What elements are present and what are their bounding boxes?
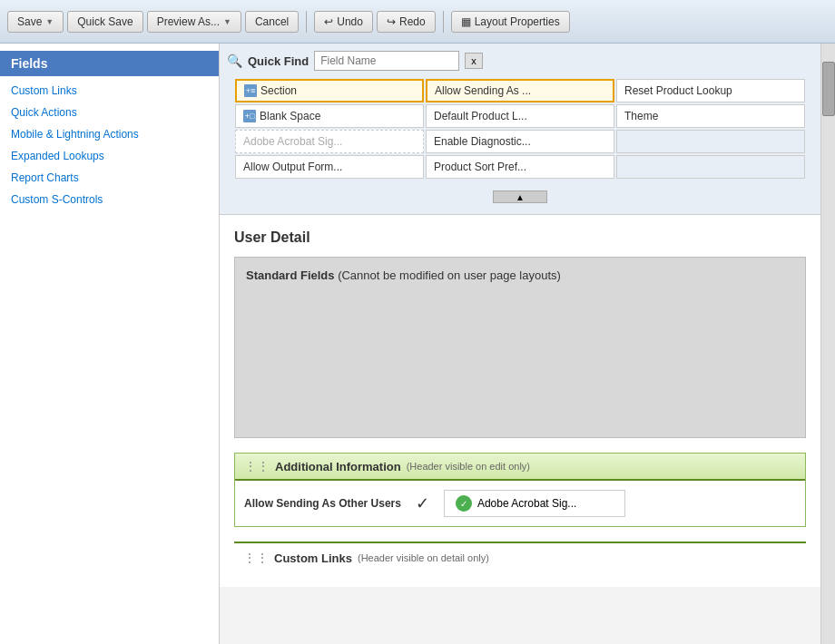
redo-button[interactable]: ↪ Redo <box>377 11 436 33</box>
preview-as-button[interactable]: Preview As... ▼ <box>147 11 241 33</box>
field-cell-empty-2 <box>616 155 805 179</box>
field-cell-reset-product[interactable]: Reset Product Lookup <box>616 79 805 102</box>
cancel-button[interactable]: Cancel <box>245 11 299 33</box>
blank-space-icon: +□ <box>243 110 256 122</box>
quick-find-row: 🔍 Quick Find x <box>227 51 813 71</box>
scroll-indicator: ▲ <box>227 187 813 207</box>
fields-grid: +≡ Section Allow Sending As ... Reset Pr… <box>227 78 813 187</box>
quick-find-input[interactable] <box>314 51 459 71</box>
sidebar: Fields Custom Links Quick Actions Mobile… <box>0 44 220 644</box>
quick-save-button[interactable]: Quick Save <box>67 11 142 33</box>
additional-info-section: ⋮⋮ Additional Information (Header visibl… <box>234 453 806 527</box>
sidebar-item-report-charts[interactable]: Report Charts <box>0 167 219 189</box>
adobe-badge: ✓ Adobe Acrobat Sig... <box>444 490 625 517</box>
sidebar-item-quick-actions[interactable]: Quick Actions <box>0 102 219 123</box>
undo-icon: ↩ <box>324 15 333 28</box>
field-cell-allow-sending[interactable]: Allow Sending As ... <box>426 79 614 102</box>
custom-links-section: ⋮⋮ Custom Links (Header visible on detai… <box>234 542 806 572</box>
right-scrollbar[interactable] <box>820 44 835 644</box>
quick-find-label: Quick Find <box>248 54 309 68</box>
undo-button[interactable]: ↩ Undo <box>314 11 373 33</box>
standard-fields-label: Standard Fields (Cannot be modified on u… <box>246 268 561 282</box>
quick-find-panel: 🔍 Quick Find x +≡ Section Allow Sending … <box>220 44 820 215</box>
save-button[interactable]: Save ▼ <box>7 11 64 33</box>
sidebar-item-custom-links[interactable]: Custom Links <box>0 80 219 102</box>
quick-find-clear-button[interactable]: x <box>465 53 483 69</box>
checkmark-icon: ✓ <box>416 493 429 513</box>
search-icon: 🔍 <box>227 54 242 68</box>
custom-links-title: Custom Links <box>274 551 352 565</box>
additional-info-header: ⋮⋮ Additional Information (Header visibl… <box>235 454 805 481</box>
main-area: Fields Custom Links Quick Actions Mobile… <box>0 44 835 644</box>
toolbar-separator-1 <box>306 11 307 33</box>
additional-info-title: Additional Information <box>275 460 401 473</box>
field-cell-blank-space[interactable]: +□ Blank Space <box>235 104 424 128</box>
adobe-check-icon: ✓ <box>456 495 472 512</box>
sidebar-item-custom-s-controls[interactable]: Custom S-Controls <box>0 189 219 210</box>
scroll-up-arrow[interactable]: ▲ <box>493 190 547 203</box>
standard-fields-box: Standard Fields (Cannot be modified on u… <box>234 257 806 438</box>
page-content: User Detail Standard Fields (Cannot be m… <box>220 215 820 587</box>
preview-dropdown-arrow: ▼ <box>223 17 231 26</box>
section-handle-icon: ⋮⋮ <box>244 459 270 473</box>
field-cell-allow-output[interactable]: Allow Output Form... <box>235 155 424 179</box>
additional-info-body: Allow Sending As Other Users ✓ ✓ Adobe A… <box>235 481 805 526</box>
scrollbar-thumb[interactable] <box>822 62 835 116</box>
sidebar-item-expanded-lookups[interactable]: Expanded Lookups <box>0 145 219 167</box>
redo-icon: ↪ <box>387 15 396 28</box>
layout-icon: ▦ <box>461 15 471 28</box>
custom-links-subtitle: (Header visible on detail only) <box>358 552 489 563</box>
save-label: Save <box>17 15 42 28</box>
field-cell-adobe-acrobat[interactable]: Adobe Acrobat Sig... <box>235 130 424 153</box>
field-cell-section[interactable]: +≡ Section <box>235 79 424 102</box>
content-area: 🔍 Quick Find x +≡ Section Allow Sending … <box>220 44 820 644</box>
sidebar-title: Fields <box>0 51 219 76</box>
toolbar-separator-2 <box>443 11 444 33</box>
adobe-badge-text: Adobe Acrobat Sig... <box>477 497 576 510</box>
toolbar: Save ▼ Quick Save Preview As... ▼ Cancel… <box>0 0 835 44</box>
field-cell-theme[interactable]: Theme <box>616 104 805 128</box>
section-icon: +≡ <box>244 84 257 97</box>
field-label: Allow Sending As Other Users <box>244 497 401 510</box>
field-cell-default-product[interactable]: Default Product L... <box>426 104 614 128</box>
field-cell-enable-diagnostic[interactable]: Enable Diagnostic... <box>426 130 614 153</box>
field-cell-empty-1 <box>616 130 805 153</box>
custom-links-handle-icon: ⋮⋮ <box>243 551 269 565</box>
additional-info-subtitle: (Header visible on edit only) <box>407 461 530 472</box>
sidebar-item-mobile-lightning[interactable]: Mobile & Lightning Actions <box>0 123 219 145</box>
field-cell-product-sort[interactable]: Product Sort Pref... <box>426 155 614 179</box>
user-detail-title: User Detail <box>234 229 806 246</box>
save-dropdown-arrow: ▼ <box>45 17 54 26</box>
layout-properties-button[interactable]: ▦ Layout Properties <box>451 11 570 33</box>
